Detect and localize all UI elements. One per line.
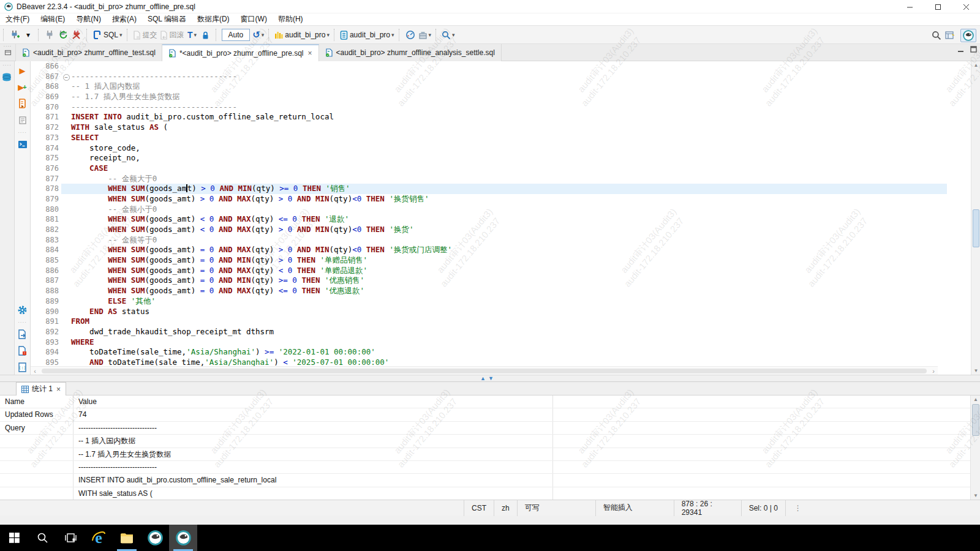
file-alert-button[interactable]: ! — [16, 343, 29, 358]
code-line-876[interactable]: 876 CASE — [31, 163, 947, 174]
quick-search-button[interactable] — [930, 28, 943, 43]
schema-dropdown[interactable]: ▾ — [391, 32, 394, 38]
connection-selector[interactable]: audit_bi_pro ▾ — [273, 28, 331, 42]
fold-collapse-icon[interactable]: − — [61, 72, 71, 82]
table-row[interactable]: INSERT INTO audit_bi_pro.custom_offline_… — [0, 474, 970, 487]
transaction-dropdown[interactable]: ▾ — [194, 32, 197, 38]
dbeaver-taskbar-button[interactable] — [141, 525, 169, 551]
status-overflow-icon[interactable]: ⋮ — [794, 504, 802, 512]
status-caret-position[interactable]: 878 : 26 : 29341 — [674, 500, 741, 516]
code-line-873[interactable]: 873SELECT — [31, 133, 947, 143]
code-line-884[interactable]: 884 WHEN SUM(goods_amt) = 0 AND MAX(qty)… — [31, 245, 947, 255]
grid-vertical-scrollbar[interactable]: ▲ ▼ — [970, 395, 980, 500]
connect-button[interactable] — [43, 28, 56, 42]
execute-statement-button[interactable]: ▶ — [16, 63, 29, 78]
autocommit-combo[interactable]: Auto — [222, 29, 251, 41]
code-line-891[interactable]: 891FROM — [31, 317, 947, 327]
tab-zhumr-offline-test[interactable]: <audit_bi_pro> zhumr_offline_test.sql — [16, 44, 162, 61]
scrollbar-thumb[interactable] — [42, 369, 927, 373]
internet-explorer-button[interactable]: e — [85, 525, 113, 551]
new-connection-dropdown[interactable]: ▾ — [21, 28, 35, 42]
code-line-893[interactable]: 893WHERE — [31, 337, 947, 348]
code-line-878[interactable]: 878 WHEN SUM(goods_amt) > 0 AND MIN(qty)… — [31, 184, 947, 194]
menu-edit[interactable]: 编辑(E) — [35, 13, 70, 26]
scroll-up-icon[interactable]: ▲ — [971, 62, 980, 68]
tasks-button[interactable]: ▾ — [417, 28, 433, 42]
open-perspective-button[interactable] — [943, 28, 957, 43]
code-line-880[interactable]: 880 -- 金额小于0 — [31, 204, 947, 215]
dbeaver-taskbar-button-active[interactable] — [169, 525, 197, 551]
minimize-button[interactable] — [895, 0, 924, 13]
connection-dropdown[interactable]: ▾ — [326, 32, 330, 38]
history-dropdown[interactable]: ▾ — [262, 32, 265, 38]
code-line-882[interactable]: 882 WHEN SUM(goods_amt) < 0 AND MAX(qty)… — [31, 225, 947, 235]
code-line-881[interactable]: 881 WHEN SUM(goods_amt) < 0 AND MAX(qty)… — [31, 214, 947, 225]
code-editor[interactable]: 866867−---------------------------------… — [31, 61, 947, 366]
code-line-869[interactable]: 869-- 1.7 插入男生女生换货数据 — [31, 92, 947, 102]
disconnect-button[interactable] — [70, 28, 83, 42]
code-line-886[interactable]: 886 WHEN SUM(goods_amt) = 0 AND MAX(qty)… — [31, 266, 947, 276]
rollback-button[interactable]: 回滚 — [159, 28, 186, 42]
table-row[interactable]: -------------------------------- — [0, 461, 970, 474]
sash-collapse-icons[interactable]: ▲▼ — [480, 375, 496, 381]
code-line-895[interactable]: 895 AND toDateTime(sale_time,'Asia/Shang… — [31, 358, 947, 366]
maximize-view-icon[interactable] — [970, 45, 978, 53]
menu-sql-editor[interactable]: SQL 编辑器 — [142, 13, 192, 26]
file-variables-button[interactable]: (:) — [16, 360, 29, 375]
table-row[interactable]: -- 1 插入国内数据 — [0, 435, 970, 448]
code-line-870[interactable]: 870------------------------------------ — [31, 102, 947, 113]
code-line-894[interactable]: 894 toDateTime(sale_time,'Asia/Shanghai'… — [31, 347, 947, 358]
code-line-877[interactable]: 877 -- 金额大于0 — [31, 174, 947, 184]
search-dropdown[interactable]: ▾ — [452, 32, 455, 38]
start-button[interactable] — [0, 525, 28, 551]
scrollbar-thumb[interactable] — [972, 404, 979, 436]
code-line-888[interactable]: 888 WHEN SUM(goods_amt) = 0 AND MAX(qty)… — [31, 286, 947, 296]
code-line-875[interactable]: 875 receipt_no, — [31, 153, 947, 163]
code-line-887[interactable]: 887 WHEN SUM(goods_amt) = 0 AND MIN(qty)… — [31, 276, 947, 286]
tab-close-icon[interactable]: × — [56, 385, 61, 394]
maximize-button[interactable] — [924, 0, 952, 13]
menu-search[interactable]: 搜索(A) — [107, 13, 142, 26]
scroll-down-icon[interactable]: ▼ — [971, 368, 980, 373]
scroll-right-icon[interactable]: › — [929, 367, 938, 375]
tab-statistics[interactable]: 统计 1 × — [16, 382, 66, 395]
tab-zhumr-offline-pre[interactable]: *<audit_bi_pro> zhumr_offline_pre.sql × — [162, 44, 319, 61]
table-row[interactable]: Updated Rows74 — [0, 408, 970, 421]
code-line-883[interactable]: 883 -- 金额等于0 — [31, 235, 947, 246]
task-view-button[interactable] — [56, 525, 85, 551]
code-line-867[interactable]: 867−------------------------------------ — [31, 72, 947, 82]
restore-panel-icon[interactable] — [4, 48, 12, 56]
execute-script-button[interactable] — [16, 96, 29, 111]
splitter-sash[interactable]: ▲▼ — [0, 375, 980, 382]
menu-window[interactable]: 窗口(W) — [235, 13, 273, 26]
taskbar-search-button[interactable] — [28, 525, 56, 551]
open-console-button[interactable] — [16, 137, 29, 152]
reconnect-button[interactable] — [56, 28, 70, 42]
transaction-mode-button[interactable]: T ▾ — [186, 28, 199, 42]
code-line-871[interactable]: 871INSERT INTO audit_bi_pro.custom_offli… — [31, 112, 947, 122]
file-explorer-button[interactable] — [113, 525, 141, 551]
editor-horizontal-scrollbar[interactable]: ‹ › — [31, 366, 938, 375]
code-line-879[interactable]: 879 WHEN SUM(goods_amt) > 0 AND MAX(qty)… — [31, 194, 947, 204]
database-navigator-icon[interactable] — [1, 70, 14, 84]
table-row[interactable]: Query-------------------------------- — [0, 422, 970, 435]
dashboard-button[interactable] — [404, 28, 417, 42]
export-result-button[interactable] — [16, 327, 29, 342]
menu-file[interactable]: 文件(F) — [0, 13, 35, 26]
code-line-890[interactable]: 890 END AS status — [31, 307, 947, 317]
menu-help[interactable]: 帮助(H) — [273, 13, 309, 26]
commit-button[interactable]: 提交 — [132, 28, 159, 42]
settings-button[interactable] — [16, 302, 29, 317]
sql-editor-button[interactable]: SQL ▾ — [91, 28, 124, 42]
dbeaver-perspective-button[interactable] — [960, 29, 976, 42]
close-button[interactable] — [952, 0, 980, 13]
tab-close-icon[interactable]: × — [308, 49, 312, 58]
code-line-866[interactable]: 866 — [31, 61, 947, 72]
tasks-dropdown[interactable]: ▾ — [429, 32, 432, 38]
code-line-892[interactable]: 892 dwd_trade_hkaudit_shop_receipt_mt dt… — [31, 327, 947, 337]
schema-selector[interactable]: audit_bi_pro ▾ — [339, 28, 396, 42]
explain-plan-button[interactable] — [16, 113, 29, 127]
statistics-grid[interactable]: Name Value Updated Rows74Query----------… — [0, 395, 970, 500]
sql-dropdown[interactable]: ▾ — [119, 32, 123, 38]
column-value[interactable]: Value — [74, 395, 553, 408]
